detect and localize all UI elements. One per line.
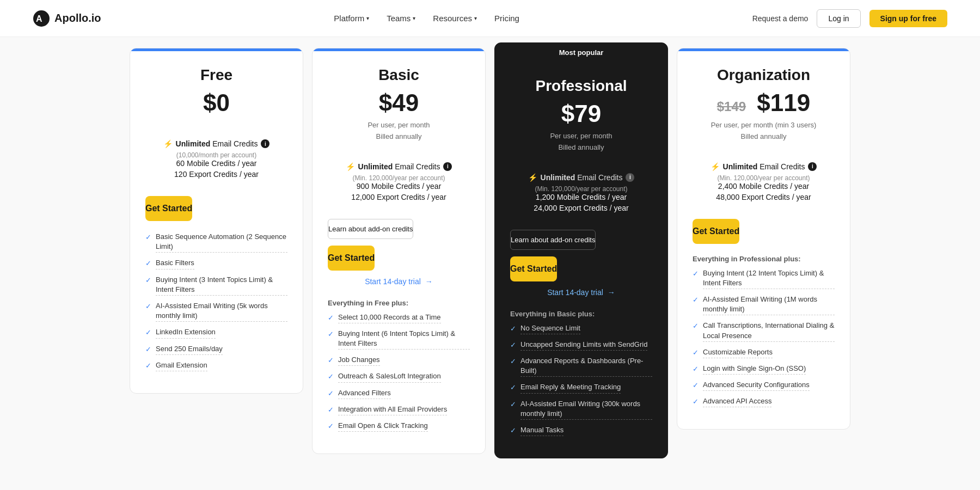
check-icon: ✓ (328, 313, 334, 323)
feature-text: Advanced API Access (703, 396, 771, 407)
feature-text: Buying Intent (6 Intent Topics Limit) & … (338, 329, 470, 350)
feature-text: AI-Assisted Email Writing (300k words mo… (520, 399, 652, 420)
feature-text: AI-Assisted Email Writing (1M words mont… (703, 295, 835, 315)
credit-row-main: ⚡ Unlimited Email Credits i (693, 162, 835, 171)
info-icon[interactable]: i (261, 139, 270, 148)
signup-button[interactable]: Sign up for free (869, 10, 947, 27)
feature-item: ✓ Email Reply & Meeting Tracking (510, 382, 652, 393)
plan-card-professional: Most popular Professional $79 Per user, … (494, 42, 668, 458)
get-started-button[interactable]: Get Started (328, 246, 375, 271)
check-icon: ✓ (693, 269, 699, 279)
credit-text-main: Unlimited Email Credits (358, 162, 440, 171)
nav-actions: Request a demo Log in Sign up for free (752, 9, 947, 28)
feature-item: ✓ Gmail Extension (145, 360, 287, 371)
check-icon: ✓ (328, 329, 334, 339)
feature-item: ✓ Manual Tasks (510, 425, 652, 436)
check-icon: ✓ (328, 389, 334, 399)
plan-price: $79 (510, 100, 652, 127)
platform-chevron: ▾ (366, 15, 369, 21)
check-icon: ✓ (145, 232, 151, 242)
get-started-button[interactable]: Get Started (693, 219, 739, 244)
features-section: ✓ Basic Sequence Automation (2 Sequence … (130, 228, 303, 371)
info-icon[interactable]: i (626, 173, 634, 182)
feature-item: ✓ LinkedIn Extension (145, 327, 287, 338)
credit-sub: (Min. 120,000/year per account) (510, 185, 652, 193)
get-started-button[interactable]: Get Started (510, 256, 557, 281)
credit-export: 48,000 Export Credits / year (693, 193, 835, 201)
plan-price-sub: Per user, per monthBilled annually (328, 120, 470, 143)
credit-text-main: Unlimited Email Credits (176, 139, 258, 148)
feature-text: Customizable Reports (703, 347, 773, 358)
check-icon: ✓ (693, 348, 699, 358)
plan-header: Organization $149 $119 Per user, per mon… (677, 51, 850, 151)
feature-text: Basic Filters (156, 258, 194, 269)
plan-name: Organization (693, 66, 835, 84)
check-icon: ✓ (693, 364, 699, 374)
feature-item: ✓ Buying Intent (6 Intent Topics Limit) … (328, 329, 470, 350)
plan-price: $49 (328, 89, 470, 117)
feature-item: ✓ Integration with All Email Providers (328, 405, 470, 415)
bolt-icon: ⚡ (710, 162, 720, 171)
check-icon: ✓ (145, 345, 151, 354)
feature-text: Outreach & SalesLoft Integration (338, 371, 441, 382)
nav-links: Platform ▾ Teams ▾ Resources ▾ Pricing (334, 14, 519, 23)
teams-chevron: ▾ (413, 15, 415, 21)
feature-text: Email Reply & Meeting Tracking (520, 382, 621, 393)
plan-header: Professional $79 Per user, per monthBill… (495, 62, 667, 162)
feature-item: ✓ Job Changes (328, 355, 470, 366)
trial-link[interactable]: Start 14-day trial → (495, 288, 667, 297)
credit-row-main: ⚡ Unlimited Email Credits i (145, 139, 287, 148)
check-icon: ✓ (693, 295, 699, 305)
feature-item: ✓ Advanced Security Configurations (693, 380, 835, 391)
addon-credits-button[interactable]: Learn about add-on credits (510, 230, 596, 250)
trial-link[interactable]: Start 14-day trial → (313, 277, 485, 286)
feature-text: Login with Single Sign-On (SSO) (703, 364, 806, 375)
nav-platform[interactable]: Platform ▾ (334, 14, 369, 23)
plan-price-sub: Per user, per monthBilled annually (510, 131, 652, 154)
plan-header: Free $0 (130, 51, 303, 128)
feature-item: ✓ Email Open & Click Tracking (328, 421, 470, 432)
feature-text: LinkedIn Extension (156, 327, 216, 338)
request-demo-link[interactable]: Request a demo (752, 14, 808, 23)
check-icon: ✓ (145, 259, 151, 268)
resources-chevron: ▾ (474, 15, 477, 21)
feature-item: ✓ Call Transcriptions, International Dia… (693, 321, 835, 341)
credit-mobile: 2,400 Mobile Credits / year (693, 182, 835, 191)
credit-mobile: 900 Mobile Credits / year (328, 182, 470, 191)
check-icon: ✓ (510, 357, 516, 366)
feature-text: Advanced Security Configurations (703, 380, 810, 391)
info-icon[interactable]: i (808, 162, 817, 171)
feature-item: ✓ Advanced API Access (693, 396, 835, 407)
logo[interactable]: A Apollo.io (33, 10, 101, 27)
check-icon: ✓ (145, 275, 151, 285)
feature-text: Integration with All Email Providers (338, 405, 447, 415)
check-icon: ✓ (510, 400, 516, 409)
feature-text: Advanced Reports & Dashboards (Pre-Built… (520, 356, 652, 377)
plan-price-new: $119 (757, 89, 810, 116)
plan-credits: ⚡ Unlimited Email Credits i (Min. 120,00… (495, 162, 667, 223)
check-icon: ✓ (145, 328, 151, 338)
nav-pricing[interactable]: Pricing (494, 14, 519, 23)
feature-text: Select 10,000 Records at a Time (338, 313, 441, 323)
check-icon: ✓ (510, 383, 516, 393)
feature-text: Buying Intent (3 Intent Topics Limit) & … (156, 275, 287, 296)
feature-text: No Sequence Limit (520, 323, 580, 334)
bolt-icon: ⚡ (163, 139, 173, 148)
plan-card-basic: Basic $49 Per user, per monthBilled annu… (312, 48, 486, 454)
feature-text: Send 250 Emails/day (156, 344, 223, 355)
nav-teams[interactable]: Teams ▾ (387, 14, 415, 23)
nav-resources[interactable]: Resources ▾ (433, 14, 477, 23)
check-icon: ✓ (693, 381, 699, 390)
info-icon[interactable]: i (443, 162, 452, 171)
navbar: A Apollo.io Platform ▾ Teams ▾ Resources… (0, 0, 980, 37)
plan-price: $149 $119 (693, 89, 835, 117)
get-started-button[interactable]: Get Started (145, 196, 192, 221)
pricing-main: Free $0 ⚡ Unlimited Email Credits i (10,… (0, 37, 980, 490)
addon-credits-button[interactable]: Learn about add-on credits (328, 219, 413, 239)
feature-item: ✓ No Sequence Limit (510, 323, 652, 334)
logo-icon: A (33, 10, 50, 27)
feature-item: ✓ Basic Sequence Automation (2 Sequence … (145, 232, 287, 253)
login-button[interactable]: Log in (817, 9, 860, 28)
features-section: Everything in Free plus: ✓ Select 10,000… (313, 295, 485, 432)
feature-item: ✓ AI-Assisted Email Writing (5k words mo… (145, 301, 287, 322)
